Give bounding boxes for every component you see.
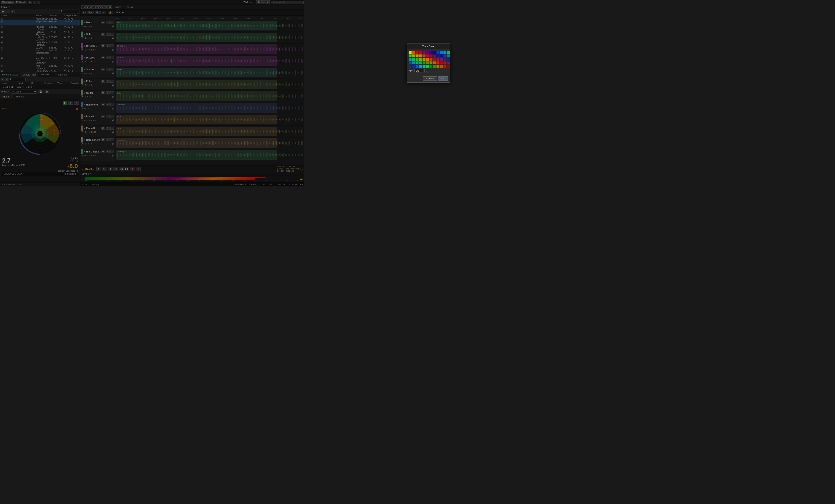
dialog-overlay: Track Color Hue: ↺ Cancel OK	[0, 0, 304, 186]
